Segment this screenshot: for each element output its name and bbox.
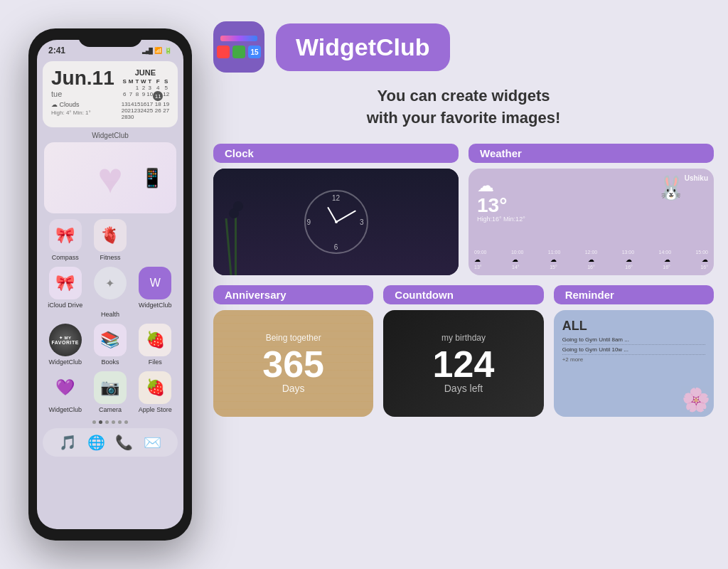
clock-3: 3 bbox=[360, 218, 364, 225]
reminder-label: Reminder bbox=[554, 285, 714, 304]
clock-hand-hour bbox=[327, 206, 337, 222]
clock-widget-col: Clock 12 3 6 9 bbox=[213, 144, 459, 275]
app-widgetclub-2[interactable]: W WidgetClub bbox=[136, 267, 175, 318]
reminder-item-2: Going to Gym Until 10w ... bbox=[562, 346, 705, 355]
weather-location: Ushiku bbox=[685, 174, 708, 182]
weather-widget-col: Weather ☁ 13° High:16° Min:12° Ushiku 🐰 … bbox=[469, 144, 714, 275]
countdown-sub-text: my birthday bbox=[441, 333, 486, 343]
calendar-widget: Jun.11 tue ☁ Clouds High: 4° Min: 1° JUN… bbox=[43, 61, 178, 127]
clock-preview: 12 3 6 9 bbox=[213, 169, 459, 275]
feature-widget: ♥ 📱 bbox=[44, 142, 176, 213]
anniversary-preview: Being together 365 Days bbox=[213, 310, 373, 417]
app-camera[interactable]: 📷 Camera bbox=[90, 371, 129, 413]
heart-cam-icon: 💜 bbox=[49, 371, 82, 404]
app-health[interactable]: ✦ Clock Health bbox=[90, 267, 129, 318]
app-heart-cam[interactable]: 💜 WidgetClub bbox=[46, 371, 85, 413]
apple-store-icon: 🍓 bbox=[139, 371, 171, 404]
reminder-widget-col: Reminder ALL Going to Gym Until 8am ... … bbox=[554, 285, 714, 417]
dock-browser[interactable]: 🌐 bbox=[87, 434, 105, 451]
bunny-icon: 🐰 bbox=[657, 174, 685, 201]
health-icon: ✦ bbox=[94, 267, 127, 299]
cal-month: JUNE bbox=[122, 68, 169, 77]
widgetclub-2-icon: W bbox=[139, 267, 171, 299]
phone-screen: 2:41 ▂▄█ 📶 🔋 Jun.11 tue ☁ Clouds High: 4… bbox=[37, 40, 183, 529]
page-dots bbox=[37, 420, 183, 424]
weather-highlow: High:16° Min:12° bbox=[477, 216, 525, 223]
app-name-badge: WidgetClub bbox=[276, 23, 450, 71]
clock-hand-min bbox=[336, 210, 355, 222]
reminder-title: ALL bbox=[562, 319, 705, 334]
countdown-unit: Days left bbox=[444, 383, 483, 394]
camera-icon: 📷 bbox=[94, 371, 127, 404]
reminder-more: +2 more bbox=[562, 356, 705, 363]
cal-date: Jun.11 bbox=[51, 68, 114, 88]
clock-9: 9 bbox=[307, 218, 311, 225]
countdown-preview: my birthday 124 Days left bbox=[383, 310, 543, 417]
dock: 🎵 🌐 📞 ✉️ bbox=[43, 428, 178, 457]
app-compass[interactable]: 🎀 Compass bbox=[46, 219, 85, 261]
app-files[interactable]: 🍓 Files bbox=[136, 324, 175, 366]
app-icloud[interactable]: 🎀 iCloud Drive bbox=[46, 267, 85, 318]
reminder-item-1: Going to Gym Until 8am ... bbox=[562, 336, 705, 345]
weather-timeline: 09:00 10:00 11:00 12:00 13:00 14:00 15:0… bbox=[474, 250, 708, 270]
dock-phone[interactable]: 📞 bbox=[115, 434, 133, 451]
anniversary-label: Anniversary bbox=[213, 285, 373, 304]
clock-12: 12 bbox=[332, 194, 340, 202]
app-header: 15 WidgetClub bbox=[213, 21, 714, 73]
weather-label: Weather bbox=[469, 144, 714, 163]
app-favorite[interactable]: ✦ MY FAVORITE WidgetClub bbox=[46, 324, 85, 366]
countdown-widget-col: Countdown my birthday 124 Days left bbox=[383, 285, 543, 417]
fitness-icon: 🫀 bbox=[94, 219, 127, 252]
countdown-number: 124 bbox=[433, 346, 495, 383]
status-icons: ▂▄█ 📶 🔋 bbox=[142, 47, 172, 54]
clock-time: 2:41 bbox=[48, 46, 65, 55]
app-name: WidgetClub bbox=[296, 33, 430, 61]
widgetclub-1-icon bbox=[139, 219, 171, 252]
app-icon-large: 15 bbox=[213, 21, 264, 73]
cal-weather: ☁ Clouds High: 4° Min: 1° bbox=[51, 101, 114, 116]
heart-decoration: ♥ bbox=[97, 154, 123, 203]
weather-cloud-icon: ☁ bbox=[477, 176, 525, 196]
cal-grid: S M T W T F S 1 2 3 4 5 6 bbox=[122, 78, 169, 120]
wifi-icon: 📶 bbox=[154, 47, 162, 54]
favorite-icon: ✦ MY FAVORITE bbox=[49, 324, 82, 356]
app-widgetclub-1[interactable] bbox=[136, 219, 175, 261]
weather-temp: 13° bbox=[477, 196, 525, 216]
tagline: You can create widgets with your favorit… bbox=[213, 85, 714, 129]
dock-music[interactable]: 🎵 bbox=[59, 434, 77, 451]
cal-left: Jun.11 tue ☁ Clouds High: 4° Min: 1° bbox=[51, 68, 114, 120]
phone-notch bbox=[78, 28, 142, 47]
app-grid: 🎀 Compass 🫀 Fitness 🎀 bbox=[37, 216, 183, 416]
icloud-icon: 🎀 bbox=[49, 267, 82, 299]
signal-icon: ▂▄█ bbox=[142, 48, 152, 54]
battery-icon: 🔋 bbox=[164, 47, 172, 54]
app-apple-store[interactable]: 🍓 Apple Store bbox=[136, 371, 175, 413]
anniversary-unit: Days bbox=[282, 383, 305, 394]
phone-decoration: 📱 bbox=[141, 167, 164, 189]
right-panel: 15 WidgetClub You can create widgets wit… bbox=[213, 21, 714, 417]
dock-mail[interactable]: ✉️ bbox=[144, 434, 161, 451]
compass-icon: 🎀 bbox=[49, 219, 82, 252]
files-icon: 🍓 bbox=[139, 324, 171, 356]
cal-day: tue bbox=[51, 90, 114, 98]
reminder-preview: ALL Going to Gym Until 8am ... Going to … bbox=[554, 310, 714, 417]
anniversary-number: 365 bbox=[262, 346, 324, 383]
widget-row-2: Anniversary Being together 365 Days Coun… bbox=[213, 285, 714, 417]
widgetclub-sub-label: WidgetClub bbox=[37, 132, 183, 139]
clock-6: 6 bbox=[334, 243, 338, 251]
books-icon: 📚 bbox=[94, 324, 127, 356]
weather-preview: ☁ 13° High:16° Min:12° Ushiku 🐰 09:00 10… bbox=[469, 169, 714, 275]
app-books[interactable]: 📚 Books bbox=[90, 324, 129, 366]
phone-mockup: 2:41 ▂▄█ 📶 🔋 Jun.11 tue ☁ Clouds High: 4… bbox=[28, 28, 192, 541]
clock-face: 12 3 6 9 bbox=[304, 190, 368, 254]
anniversary-sub-text: Being together bbox=[266, 333, 321, 343]
countdown-label: Countdown bbox=[383, 285, 543, 304]
clock-label: Clock bbox=[213, 144, 459, 163]
anniversary-widget-col: Anniversary Being together 365 Days bbox=[213, 285, 373, 417]
cal-right: JUNE S M T W T F S 1 2 3 4 bbox=[122, 68, 169, 120]
app-fitness[interactable]: 🫀 Fitness bbox=[90, 219, 129, 261]
flower-icon: 🌸 bbox=[682, 386, 710, 413]
widget-row-1: Clock 12 3 6 9 bbox=[213, 144, 714, 275]
phone-frame: 2:41 ▂▄█ 📶 🔋 Jun.11 tue ☁ Clouds High: 4… bbox=[28, 28, 192, 541]
